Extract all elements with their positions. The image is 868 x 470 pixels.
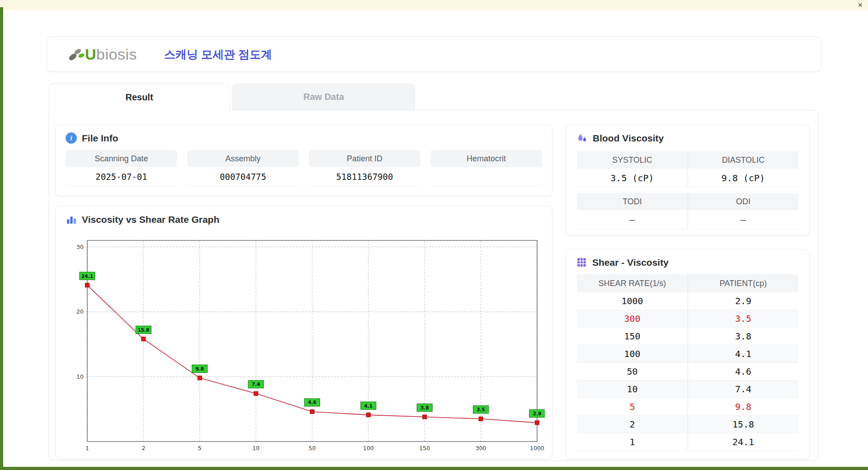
svg-text:4.6: 4.6 (308, 400, 316, 405)
shear-table: SHEAR RATE(1/s) PATIENT(cp) 10002.93003.… (566, 268, 809, 451)
patient-viscosity-cell: 24.1 (688, 433, 798, 451)
window-edge-left (0, 7, 3, 470)
bv-value-cell: 9.8 (cP) (688, 169, 798, 188)
svg-text:9.8: 9.8 (195, 366, 204, 371)
shear-table-row: 1004.1 (577, 345, 798, 363)
field-label: Assembly (187, 150, 299, 167)
data-grid-icon (576, 257, 587, 268)
bv-header-cell: SYSTOLIC (577, 151, 688, 169)
shear-rate-cell: 50 (577, 363, 688, 380)
svg-text:2.9: 2.9 (533, 411, 542, 416)
field-label: Scanning Date (66, 150, 177, 167)
blood-viscosity-title: Blood Viscosity (593, 133, 664, 144)
shear-rate-cell: 1 (577, 433, 688, 451)
bv-header-row: TODIODI (577, 193, 798, 210)
shear-table-row: 107.4 (577, 381, 798, 398)
shear-rate-cell: 5 (577, 398, 688, 415)
shear-table-row: 504.6 (577, 363, 798, 381)
patient-viscosity-cell: 7.4 (688, 381, 798, 398)
shear-rate-cell: 10 (577, 381, 688, 398)
svg-text:50: 50 (309, 445, 316, 451)
ubiosis-logo: Ubiosis (67, 46, 137, 63)
file-info-field: Assembly000704775 (187, 150, 299, 186)
patient-viscosity-cell: 3.8 (688, 328, 798, 345)
shear-table-body: 10002.93003.51503.81004.1504.6107.459.82… (577, 292, 798, 451)
graph-title: Viscosity vs Shear Rate Graph (82, 214, 219, 225)
field-value: 51811367900 (309, 167, 420, 186)
shear-table-row: 59.8 (577, 398, 798, 416)
file-info-title: File Info (82, 133, 118, 144)
patient-viscosity-cell: 3.5 (688, 310, 798, 327)
file-info-header: i File Info (56, 125, 552, 144)
shear-rate-cell: 150 (577, 328, 688, 345)
patient-viscosity-cell: 4.1 (688, 345, 798, 362)
bv-value-row: 3.5 (cP)9.8 (cP) (577, 169, 798, 188)
viscosity-chart-svg: 1251050100150300100010203024.115.89.87.4… (66, 235, 545, 457)
tab-result[interactable]: Result (49, 83, 230, 111)
svg-text:10: 10 (252, 445, 259, 451)
bv-header-row: SYSTOLICDIASTOLIC (577, 151, 798, 169)
shear-table-row: 1503.8 (577, 328, 798, 345)
field-value: 2025-07-01 (66, 167, 177, 186)
blood-viscosity-table: SYSTOLICDIASTOLIC3.5 (cP)9.8 (cP)TODIODI… (566, 144, 809, 229)
blood-viscosity-header: Blood Viscosity (566, 125, 809, 144)
field-label: Hematocrit (430, 150, 542, 167)
patient-viscosity-cell: 15.8 (688, 416, 798, 433)
field-value: 000704775 (187, 167, 299, 186)
bv-header-cell: TODI (577, 193, 688, 210)
svg-text:1: 1 (85, 445, 89, 451)
file-info-fields: Scanning Date2025-07-01Assembly000704775… (56, 144, 552, 186)
shear-rate-cell: 100 (577, 345, 688, 362)
bv-value-row: –– (577, 210, 798, 229)
bv-value-cell: – (577, 210, 688, 229)
shear-table-row: 10002.9 (577, 292, 798, 310)
tab-raw-data[interactable]: Raw Data (232, 84, 415, 110)
water-drop-icon (576, 132, 588, 144)
field-label: Patient ID (309, 150, 420, 167)
close-icon[interactable]: × (858, 0, 863, 10)
patient-viscosity-cell: 9.8 (688, 398, 798, 415)
svg-text:3.8: 3.8 (420, 405, 429, 410)
bv-value-cell: – (688, 210, 798, 229)
file-info-field: Hematocrit (430, 150, 542, 186)
shear-viscosity-header: Shear - Viscosity (566, 249, 809, 268)
svg-text:20: 20 (76, 308, 84, 315)
leaf-icon (67, 46, 87, 62)
page-title: 스캐닝 모세관 점도계 (164, 47, 272, 62)
svg-text:24.1: 24.1 (81, 273, 93, 279)
svg-text:3.5: 3.5 (476, 407, 485, 412)
svg-text:100: 100 (363, 445, 374, 451)
graph-card: Viscosity vs Shear Rate Graph 1251050100… (55, 206, 552, 459)
patient-viscosity-cell: 4.6 (688, 363, 798, 380)
patient-column-header: PATIENT(cp) (688, 274, 798, 292)
viscosity-chart: 1251050100150300100010203024.115.89.87.4… (66, 235, 545, 457)
file-info-field: Patient ID51811367900 (309, 150, 420, 186)
patient-viscosity-cell: 2.9 (688, 292, 798, 310)
bv-header-cell: ODI (688, 193, 798, 210)
shear-rate-cell: 2 (577, 416, 688, 433)
shear-rate-cell: 1000 (577, 292, 688, 310)
shear-viscosity-title: Shear - Viscosity (592, 257, 669, 268)
blood-viscosity-card: Blood Viscosity SYSTOLICDIASTOLIC3.5 (cP… (566, 125, 810, 235)
shear-rate-cell: 300 (577, 310, 688, 327)
file-info-field: Scanning Date2025-07-01 (66, 150, 177, 186)
svg-text:10: 10 (76, 373, 84, 380)
svg-text:4.1: 4.1 (364, 403, 373, 409)
graph-header: Viscosity vs Shear Rate Graph (56, 207, 552, 225)
window-edge-bottom (0, 467, 868, 470)
shear-table-row: 3003.5 (577, 310, 798, 328)
bar-chart-icon (66, 214, 77, 225)
svg-text:300: 300 (476, 445, 486, 451)
logo-text: Ubiosis (85, 46, 137, 63)
info-icon: i (66, 132, 77, 144)
shear-table-row: 215.8 (577, 416, 798, 433)
svg-text:7.4: 7.4 (252, 381, 260, 387)
svg-text:2: 2 (142, 445, 145, 451)
shear-rate-column-header: SHEAR RATE(1/s) (577, 274, 688, 292)
app-window: × Ubiosis 스캐닝 모세관 점도계 Result Raw Data i … (0, 0, 868, 470)
field-value (430, 167, 542, 186)
window-titlebar: × (0, 0, 868, 10)
svg-text:5: 5 (198, 445, 202, 451)
file-info-card: i File Info Scanning Date2025-07-01Assem… (55, 125, 552, 196)
shear-table-row: 124.1 (577, 433, 798, 451)
